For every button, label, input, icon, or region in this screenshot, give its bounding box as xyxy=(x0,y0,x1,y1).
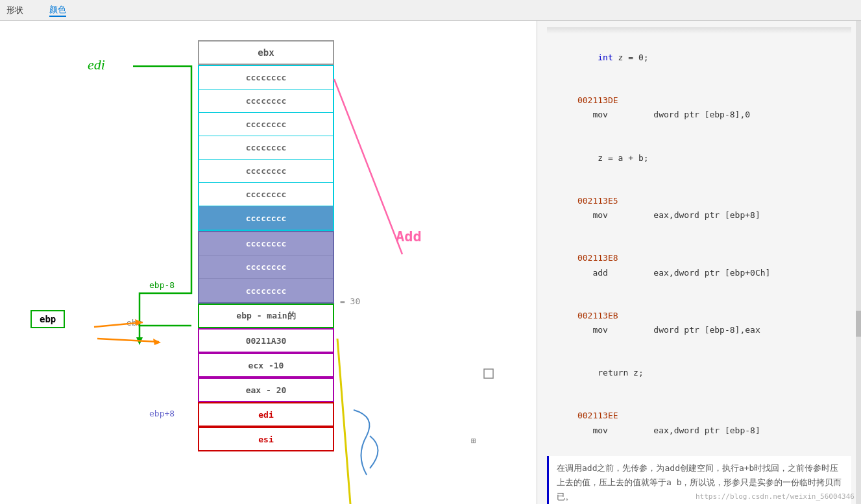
addr-de: 002113DE xyxy=(577,95,618,105)
ebp-minus8-label: ebp-8 xyxy=(149,280,175,290)
watermark: https://blog.csdn.net/weixin_56004346 xyxy=(696,492,855,501)
edi-label: edi xyxy=(88,56,105,73)
purple-group: cccccccc cccccccc cccccccc xyxy=(198,231,334,304)
code-line-5: 002113E8 add eax,dword ptr [ebp+0Ch] xyxy=(547,237,851,294)
addr-eb: 002113EB xyxy=(577,311,618,320)
code-line-4: 002113E5 mov eax,dword ptr [ebp+8] xyxy=(547,180,851,237)
stack-cell-cc9: cccccccc xyxy=(199,256,333,279)
stack-cell-cc3: cccccccc xyxy=(199,113,333,136)
code-plain-1 xyxy=(577,53,598,62)
svg-marker-4 xyxy=(153,339,161,345)
instr-eb: mov dword ptr [ebp-8],eax xyxy=(577,325,760,335)
svg-line-3 xyxy=(97,339,159,342)
code-line-3: z = a + b; xyxy=(547,137,851,180)
stack-cell-eax: eax - 20 xyxy=(198,378,334,402)
toolbar: 形状 颜色 xyxy=(0,0,861,21)
svg-line-6 xyxy=(337,339,350,504)
ebr-label: ebr xyxy=(127,318,141,328)
stack-cell-cc4: cccccccc xyxy=(199,136,333,160)
stack-cell-cc1: cccccccc xyxy=(199,66,333,90)
stack-cell-edi: edi xyxy=(198,402,334,427)
stack-cell-ebx: ebx xyxy=(198,40,334,65)
scroll-thumb[interactable] xyxy=(856,311,861,337)
stack-cell-ecx: ecx -10 xyxy=(198,353,334,378)
stack-cell-cc8: cccccccc xyxy=(199,232,333,256)
svg-marker-0 xyxy=(136,337,143,345)
svg-rect-7 xyxy=(484,369,493,378)
ebp-box: ebp xyxy=(30,310,65,328)
ebp-plus8-label: ebp+8 xyxy=(149,409,175,418)
code-plain-7: return z; xyxy=(577,368,644,378)
stack-cell-esi: esi xyxy=(198,427,334,451)
addr-ee: 002113EE xyxy=(577,411,618,420)
stack-container: ebx cccccccc cccccccc cccccccc cccccccc … xyxy=(198,40,334,451)
code-kw-int: int xyxy=(598,53,612,62)
code-panel: int z = 0; 002113DE mov dword ptr [ebp-8… xyxy=(537,21,861,504)
instr-de: mov dword ptr [ebp-8],0 xyxy=(577,110,750,119)
code-line-6: 002113EB mov dword ptr [ebp-8],eax xyxy=(547,294,851,352)
stack-cell-cc5: cccccccc xyxy=(199,160,333,183)
toolbar-shape[interactable]: 形状 xyxy=(6,5,23,16)
addr-e5: 002113E5 xyxy=(577,196,618,206)
instr-e8: add eax,dword ptr [ebp+0Ch] xyxy=(577,268,770,278)
stack-cell-addr: 00211A30 xyxy=(198,328,334,353)
code-rest-1: z = 0; xyxy=(613,53,649,62)
addr-e8: 002113E8 xyxy=(577,253,618,263)
code-plain-3: z = a + b; xyxy=(577,153,649,163)
stack-cell-cc7: cccccccc xyxy=(199,206,333,230)
top-fade xyxy=(547,27,851,34)
stack-cell-cc10: cccccccc xyxy=(199,279,333,302)
stack-cell-ebp-main: ebp - main的 xyxy=(198,304,334,328)
canvas-area: edi ebp-8 ebp+8 ebp ebr Add z=0 ->z=eax … xyxy=(0,21,537,504)
code-line-1: int z = 0; xyxy=(547,36,851,79)
instr-e5: mov eax,dword ptr [ebp+8] xyxy=(577,210,760,220)
cyan-group: cccccccc cccccccc cccccccc cccccccc cccc… xyxy=(198,65,334,231)
instr-ee: mov eax,dword ptr [ebp-8] xyxy=(577,426,760,435)
code-line-7: return z; xyxy=(547,352,851,394)
scrollbar[interactable] xyxy=(856,21,861,504)
svg-text:⊞: ⊞ xyxy=(471,436,476,446)
stack-cell-cc2: cccccccc xyxy=(199,90,333,113)
stack-cell-cc6: cccccccc xyxy=(199,183,333,206)
add-label: Add xyxy=(396,228,422,245)
code-line-2: 002113DE mov dword ptr [ebp-8],0 xyxy=(547,79,851,136)
main-area: edi ebp-8 ebp+8 ebp ebr Add z=0 ->z=eax … xyxy=(0,21,861,504)
svg-line-5 xyxy=(334,79,402,254)
code-line-8: 002113EE mov eax,dword ptr [ebp-8] xyxy=(547,394,851,451)
toolbar-color[interactable]: 颜色 xyxy=(49,4,66,17)
